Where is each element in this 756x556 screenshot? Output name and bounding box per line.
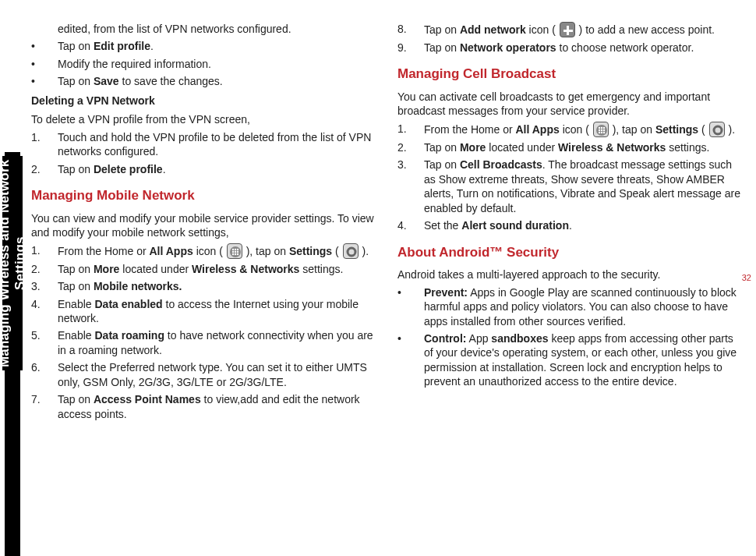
svg-point-9 <box>237 253 238 254</box>
list-number: 2. <box>31 162 58 176</box>
subheading: Deleting a VPN Network <box>31 94 374 108</box>
svg-point-11 <box>350 250 353 253</box>
list-item: 6. Select the Preferred network type. Yo… <box>31 360 374 389</box>
section-heading: Managing Mobile Network <box>31 187 374 204</box>
list-text: Enable Data roaming to have network conn… <box>58 328 374 357</box>
all-apps-icon <box>593 122 609 137</box>
list-number: 6. <box>31 360 58 389</box>
section-heading: About Android™ Security <box>397 244 740 261</box>
svg-point-13 <box>599 127 600 129</box>
body-text: Android takes a multi-layered approach t… <box>397 267 740 282</box>
body-text: You can view and modify your mobile serv… <box>31 211 374 240</box>
list-text: Tap on Delete profile. <box>58 162 374 176</box>
list-item: 7. Tap on Access Point Names to view,add… <box>31 392 374 421</box>
list-number: 9. <box>397 41 424 55</box>
list-text: Tap on Add network icon ( ) to add a new… <box>424 22 740 37</box>
section-heading: Managing Cell Broadcast <box>397 66 740 83</box>
list-text: Tap on Cell Broadcasts. The broadcast me… <box>424 158 740 215</box>
svg-point-18 <box>603 129 605 131</box>
list-item: 9. Tap on Network operators to choose ne… <box>397 41 740 55</box>
sidebar: Managing Wireless and Network Settings <box>0 0 23 556</box>
list-item: 1. From the Home or All Apps icon ( ), t… <box>31 243 374 259</box>
body-text: edited, from the list of VPN networks co… <box>58 22 374 36</box>
svg-point-16 <box>599 129 600 131</box>
bullet-icon: • <box>31 74 58 88</box>
settings-icon <box>343 243 359 259</box>
page-number: 32 <box>742 273 751 282</box>
list-text: Prevent: Apps in Google Play are scanned… <box>424 285 740 328</box>
svg-point-21 <box>603 132 605 133</box>
list-text: Set the Alert sound duration. <box>424 218 740 232</box>
list-item: • Tap on Save to save the changes. <box>31 74 374 88</box>
settings-icon <box>709 122 725 137</box>
list-text: Tap on More located under Wireless & Net… <box>58 262 374 276</box>
bullet-icon: • <box>31 57 58 71</box>
svg-point-6 <box>237 250 238 252</box>
sidebar-label: Managing Wireless and Network Settings <box>2 156 23 370</box>
svg-point-8 <box>235 253 236 254</box>
list-number: 1. <box>31 243 58 259</box>
list-text: Tap on Network operators to choose netwo… <box>424 41 740 55</box>
list-item: • Modify the required information. <box>31 57 374 71</box>
list-text: Enable Data enabled to access the Intern… <box>58 297 374 326</box>
list-item: 1. From the Home or All Apps icon ( ), t… <box>397 122 740 137</box>
svg-point-15 <box>603 127 605 129</box>
svg-point-7 <box>232 253 234 254</box>
svg-point-5 <box>235 250 236 252</box>
list-text: Select the Preferred network type. You c… <box>58 360 374 389</box>
list-text: Tap on Save to save the changes. <box>58 74 374 88</box>
list-item: • Prevent: Apps in Google Play are scann… <box>397 285 740 328</box>
list-text: Touch and hold the VPN profile to be del… <box>58 130 374 159</box>
list-number: 8. <box>397 22 424 37</box>
list-item: 3. Tap on Mobile networks. <box>31 279 374 293</box>
svg-point-23 <box>716 129 719 132</box>
list-item: 3. Tap on Cell Broadcasts. The broadcast… <box>397 158 740 215</box>
list-item: 2. Tap on Delete profile. <box>31 162 374 176</box>
list-text: From the Home or All Apps icon ( ), tap … <box>58 243 374 259</box>
list-number: 2. <box>31 262 58 276</box>
list-item: 4. Enable Data enabled to access the Int… <box>31 297 374 326</box>
svg-point-19 <box>599 132 600 133</box>
list-item: 8. Tap on Add network icon ( ) to add a … <box>397 22 740 37</box>
svg-point-3 <box>237 248 238 250</box>
add-network-icon <box>560 22 575 37</box>
svg-point-20 <box>601 132 602 133</box>
list-item: • Control: App sandboxes keep apps from … <box>397 331 740 389</box>
list-text: Tap on Edit profile. <box>58 39 374 53</box>
list-text: Modify the required information. <box>58 57 374 71</box>
list-number: 7. <box>31 392 58 421</box>
list-number: 4. <box>397 218 424 232</box>
list-item: 1. Touch and hold the VPN profile to be … <box>31 130 374 159</box>
bullet-icon: • <box>397 285 424 328</box>
list-text: Tap on Mobile networks. <box>58 279 374 293</box>
list-text: From the Home or All Apps icon ( ), tap … <box>424 122 740 137</box>
list-number: 2. <box>397 140 424 154</box>
body-text: To delete a VPN profile from the VPN scr… <box>31 112 374 126</box>
svg-point-14 <box>601 127 602 129</box>
list-item: 4. Set the Alert sound duration. <box>397 218 740 232</box>
svg-point-2 <box>235 248 236 250</box>
svg-point-1 <box>232 248 234 250</box>
list-number: 1. <box>397 122 424 137</box>
right-column: 8. Tap on Add network icon ( ) to add a … <box>397 22 740 540</box>
list-text: Control: App sandboxes keep apps from ac… <box>424 331 740 389</box>
body-text: You can activate cell broadcasts to get … <box>397 90 740 119</box>
page-content: edited, from the list of VPN networks co… <box>31 22 740 540</box>
bullet-icon: • <box>31 39 58 53</box>
list-item: 2. Tap on More located under Wireless & … <box>397 140 740 154</box>
svg-point-17 <box>601 129 602 131</box>
list-number: 3. <box>31 279 58 293</box>
list-text: Tap on Access Point Names to view,add an… <box>58 392 374 421</box>
list-number: 5. <box>31 328 58 357</box>
all-apps-icon <box>227 243 242 259</box>
list-number: 4. <box>31 297 58 326</box>
bullet-icon: • <box>397 331 424 389</box>
list-text: Tap on More located under Wireless & Net… <box>424 140 740 154</box>
svg-point-4 <box>232 250 234 252</box>
left-column: edited, from the list of VPN networks co… <box>31 22 374 540</box>
list-item: 5. Enable Data roaming to have network c… <box>31 328 374 357</box>
list-item: 2. Tap on More located under Wireless & … <box>31 262 374 276</box>
list-number: 3. <box>397 158 424 215</box>
list-item: • Tap on Edit profile. <box>31 39 374 53</box>
list-number: 1. <box>31 130 58 159</box>
